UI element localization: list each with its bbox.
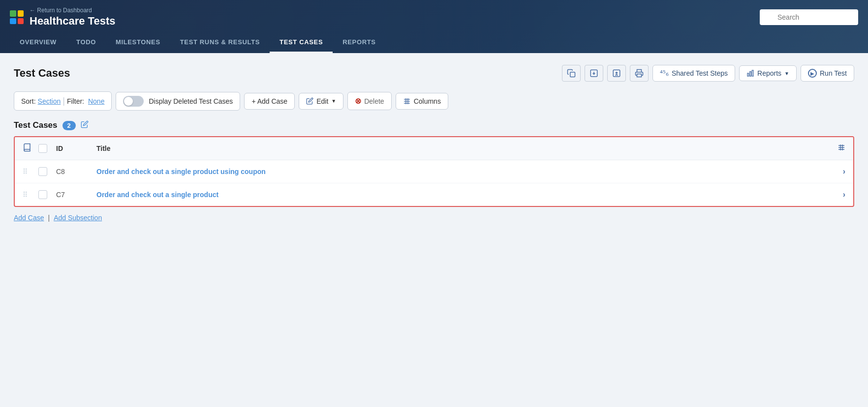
header-title-area: ← Return to Dashboard Healthcare Tests: [30, 7, 760, 28]
columns-button[interactable]: Columns: [396, 93, 448, 110]
sort-filter-box: Sort: Section | Filter: None: [14, 91, 112, 111]
sort-value[interactable]: Section: [38, 97, 61, 105]
header-checkbox[interactable]: [38, 144, 47, 153]
print-icon: [635, 69, 644, 78]
edit-section-icon[interactable]: [81, 120, 89, 130]
sort-label: Sort:: [21, 97, 36, 105]
export-icon-button[interactable]: [607, 65, 626, 82]
search-container: 🔍: [760, 9, 858, 25]
logo-blue: [10, 18, 16, 25]
drag-handle-row2[interactable]: ⠿: [23, 191, 32, 199]
check-col-row1: [38, 167, 50, 176]
shared-test-steps-button[interactable]: ⁴⁵₆ Shared Test Steps: [652, 65, 735, 82]
delete-x-icon: ⊗: [355, 96, 361, 106]
display-deleted-label: Display Deleted Test Cases: [149, 97, 233, 105]
page-title: Test Cases: [14, 67, 70, 80]
table-row[interactable]: ⠿ C8 Order and check out a single produc…: [15, 160, 853, 183]
logo-red: [18, 18, 24, 25]
edit-icon: [306, 97, 313, 105]
logo-green: [10, 10, 16, 17]
section-header: Test Cases 2: [14, 120, 854, 130]
columns-header-icon: [837, 144, 845, 151]
page-header: Test Cases: [14, 65, 854, 82]
row2-title[interactable]: Order and check out a single product: [96, 191, 820, 199]
reports-btn-label: Reports: [757, 69, 781, 77]
import-icon-button[interactable]: [585, 65, 603, 82]
columns-label: Columns: [414, 97, 441, 105]
row2-checkbox[interactable]: [38, 190, 47, 199]
chevron-down-icon: ▼: [784, 71, 789, 76]
edit-button[interactable]: Edit ▼: [299, 93, 343, 110]
check-col-header: [38, 144, 50, 153]
delete-label: Delete: [364, 97, 384, 105]
test-cases-table: ID Title ⠿ C8 Order and check out a sing…: [14, 136, 854, 207]
svg-rect-3: [637, 74, 641, 77]
footer-separator: |: [48, 214, 50, 222]
nav-item-overview[interactable]: OVERVIEW: [10, 32, 66, 53]
columns-icon: [403, 97, 411, 105]
filter-label: Filter:: [67, 97, 84, 105]
row1-id: C8: [56, 168, 91, 175]
display-deleted-toggle-container: Display Deleted Test Cases: [116, 92, 240, 111]
copy-icon-button[interactable]: [562, 65, 581, 82]
toolbar-right: ⁴⁵₆ Shared Test Steps Reports ▼ ▶ Run Te…: [562, 65, 854, 82]
id-col-header: ID: [56, 145, 91, 152]
edit-label: Edit: [316, 97, 328, 105]
section-title: Test Cases: [14, 120, 58, 130]
nav-item-milestones[interactable]: MILESTONES: [106, 32, 170, 53]
filter-divider: |: [62, 96, 65, 106]
nav-item-test-cases[interactable]: TEST CASES: [270, 32, 333, 53]
svg-rect-5: [750, 72, 751, 76]
nav-item-todo[interactable]: TODO: [66, 32, 106, 53]
footer-links: Add Case | Add Subsection: [14, 214, 854, 222]
edit-chevron-icon: ▼: [331, 98, 336, 104]
project-title: Healthcare Tests: [30, 15, 760, 28]
run-test-label: Run Test: [820, 69, 847, 77]
main-content: Test Cases: [0, 53, 868, 396]
row2-chevron-icon[interactable]: ›: [826, 190, 845, 199]
svg-rect-0: [570, 72, 575, 77]
add-case-button[interactable]: + Add Case: [244, 93, 295, 110]
print-icon-button[interactable]: [630, 65, 649, 82]
actions-col-header: [826, 144, 845, 153]
back-to-dashboard-link[interactable]: ← Return to Dashboard: [30, 7, 760, 14]
nav-item-reports[interactable]: REPORTS: [333, 32, 385, 53]
add-case-label: + Add Case: [251, 97, 287, 105]
pencil-icon: [81, 120, 89, 128]
play-icon: ▶: [808, 69, 817, 78]
section-count-badge: 2: [62, 121, 76, 130]
display-deleted-toggle[interactable]: [123, 96, 144, 107]
check-col-row2: [38, 190, 50, 199]
copy-icon: [567, 69, 576, 78]
search-input[interactable]: [760, 9, 858, 25]
delete-button[interactable]: ⊗ Delete: [347, 92, 391, 110]
shared-steps-label: Shared Test Steps: [672, 69, 728, 77]
logo: [10, 10, 24, 24]
drag-handle-row1[interactable]: ⠿: [23, 168, 32, 175]
drag-col-header: [23, 143, 32, 154]
book-icon: [23, 143, 31, 152]
filter-bar: Sort: Section | Filter: None Display Del…: [14, 91, 854, 111]
main-nav: OVERVIEW TODO MILESTONES TEST RUNS & RES…: [0, 32, 868, 53]
row2-id: C7: [56, 191, 91, 199]
add-subsection-footer-link[interactable]: Add Subsection: [54, 214, 102, 222]
run-test-button[interactable]: ▶ Run Test: [801, 65, 854, 82]
nav-item-test-runs[interactable]: TEST RUNS & RESULTS: [170, 32, 270, 53]
row1-chevron-icon[interactable]: ›: [826, 167, 845, 176]
bar-chart-icon: [746, 69, 754, 77]
table-row[interactable]: ⠿ C7 Order and check out a single produc…: [15, 183, 853, 206]
reports-dropdown-button[interactable]: Reports ▼: [739, 65, 797, 81]
filter-value[interactable]: None: [88, 97, 104, 105]
title-col-header: Title: [96, 145, 820, 152]
row1-title[interactable]: Order and check out a single product usi…: [96, 168, 820, 175]
add-case-footer-link[interactable]: Add Case: [14, 214, 44, 222]
logo-yellow: [18, 10, 24, 17]
import-icon: [589, 69, 598, 78]
shared-steps-icon: ⁴⁵₆: [660, 69, 669, 78]
app-header: ← Return to Dashboard Healthcare Tests 🔍…: [0, 0, 868, 53]
row1-checkbox[interactable]: [38, 167, 47, 176]
export-icon: [612, 69, 621, 78]
svg-rect-4: [747, 73, 749, 76]
table-header-row: ID Title: [15, 137, 853, 160]
svg-rect-6: [752, 70, 753, 76]
